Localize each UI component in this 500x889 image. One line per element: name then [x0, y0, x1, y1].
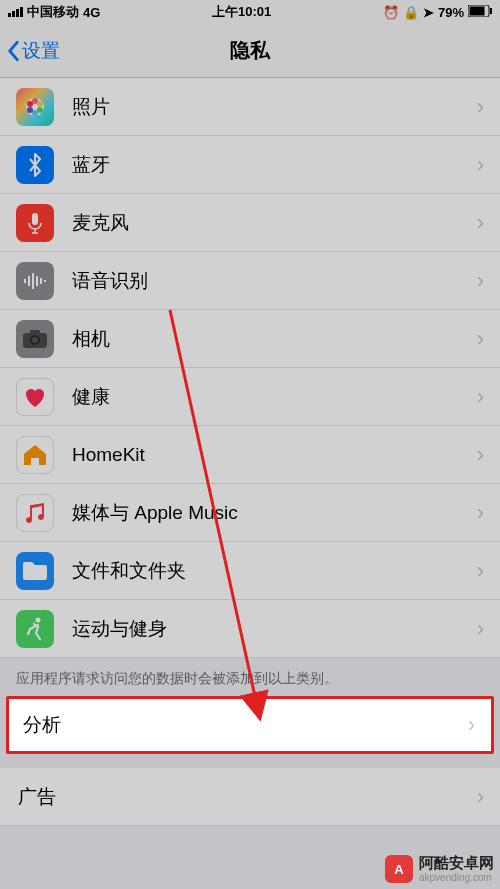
media-music-icon: [16, 494, 54, 532]
health-icon: [16, 378, 54, 416]
bluetooth-icon: [16, 146, 54, 184]
chevron-right-icon: ›: [477, 210, 484, 236]
svg-rect-14: [36, 276, 38, 286]
svg-point-4: [32, 98, 38, 104]
row-label-advertising: 广告: [18, 784, 477, 810]
lock-icon: 🔒: [403, 5, 419, 20]
chevron-right-icon: ›: [477, 94, 484, 120]
svg-rect-15: [40, 278, 42, 284]
files-folders-icon: [16, 552, 54, 590]
row-label-bluetooth: 蓝牙: [72, 152, 477, 178]
watermark-url: akpvending.com: [419, 872, 494, 883]
row-bluetooth[interactable]: 蓝牙›: [0, 136, 500, 194]
homekit-icon: [16, 436, 54, 474]
svg-rect-1: [470, 6, 485, 15]
row-label-media-music: 媒体与 Apple Music: [72, 500, 477, 526]
svg-rect-12: [28, 276, 30, 286]
row-health[interactable]: 健康›: [0, 368, 500, 426]
svg-rect-2: [490, 8, 492, 14]
row-label-homekit: HomeKit: [72, 444, 477, 466]
svg-rect-18: [30, 330, 40, 335]
page-title: 隐私: [230, 37, 270, 64]
battery-icon: [468, 5, 492, 20]
camera-icon: [16, 320, 54, 358]
network-label: 4G: [83, 5, 100, 20]
back-button[interactable]: 设置: [0, 38, 60, 64]
svg-rect-10: [32, 213, 38, 225]
microphone-icon: [16, 204, 54, 242]
chevron-right-icon: ›: [477, 784, 484, 810]
row-advertising[interactable]: 广告 ›: [0, 768, 500, 826]
alarm-icon: ⏰: [383, 5, 399, 20]
row-label-analytics: 分析: [23, 712, 468, 738]
speech-recognition-icon: [16, 262, 54, 300]
row-label-files-folders: 文件和文件夹: [72, 558, 477, 584]
chevron-right-icon: ›: [477, 152, 484, 178]
row-files-folders[interactable]: 文件和文件夹›: [0, 542, 500, 600]
chevron-right-icon: ›: [477, 442, 484, 468]
row-speech-recognition[interactable]: 语音识别›: [0, 252, 500, 310]
photos-icon: [16, 88, 54, 126]
row-photos[interactable]: 照片›: [0, 78, 500, 136]
signal-icon: [8, 7, 23, 17]
chevron-right-icon: ›: [477, 268, 484, 294]
row-microphone[interactable]: 麦克风›: [0, 194, 500, 252]
row-label-health: 健康: [72, 384, 477, 410]
row-analytics[interactable]: 分析 ›: [6, 696, 494, 754]
row-motion-fitness[interactable]: 运动与健身›: [0, 600, 500, 658]
footer-text: 应用程序请求访问您的数据时会被添加到以上类别。: [0, 658, 500, 696]
row-label-camera: 相机: [72, 326, 477, 352]
row-label-motion-fitness: 运动与健身: [72, 616, 477, 642]
svg-point-9: [27, 101, 33, 107]
chevron-right-icon: ›: [477, 558, 484, 584]
svg-rect-11: [24, 279, 26, 283]
status-time: 上午10:01: [212, 3, 271, 21]
chevron-right-icon: ›: [477, 500, 484, 526]
row-camera[interactable]: 相机›: [0, 310, 500, 368]
location-icon: ➤: [423, 5, 434, 20]
row-homekit[interactable]: HomeKit›: [0, 426, 500, 484]
nav-bar: 设置 隐私: [0, 24, 500, 78]
row-label-microphone: 麦克风: [72, 210, 477, 236]
carrier-label: 中国移动: [27, 3, 79, 21]
svg-point-6: [37, 107, 43, 113]
chevron-left-icon: [6, 40, 20, 62]
svg-rect-16: [44, 280, 46, 282]
watermark: A 阿酷安卓网 akpvending.com: [385, 855, 494, 883]
row-media-music[interactable]: 媒体与 Apple Music›: [0, 484, 500, 542]
svg-point-21: [36, 617, 41, 622]
chevron-right-icon: ›: [477, 384, 484, 410]
svg-rect-13: [32, 273, 34, 289]
watermark-icon: A: [385, 855, 413, 883]
chevron-right-icon: ›: [477, 326, 484, 352]
chevron-right-icon: ›: [477, 616, 484, 642]
row-label-photos: 照片: [72, 94, 477, 120]
motion-fitness-icon: [16, 610, 54, 648]
svg-point-7: [32, 110, 38, 116]
svg-point-20: [32, 337, 38, 343]
back-label: 设置: [22, 38, 60, 64]
row-label-speech-recognition: 语音识别: [72, 268, 477, 294]
svg-point-8: [27, 107, 33, 113]
status-bar: 中国移动 4G 上午10:01 ⏰ 🔒 ➤ 79%: [0, 0, 500, 24]
svg-point-5: [37, 101, 43, 107]
watermark-title: 阿酷安卓网: [419, 855, 494, 872]
battery-percent: 79%: [438, 5, 464, 20]
chevron-right-icon: ›: [468, 712, 475, 738]
